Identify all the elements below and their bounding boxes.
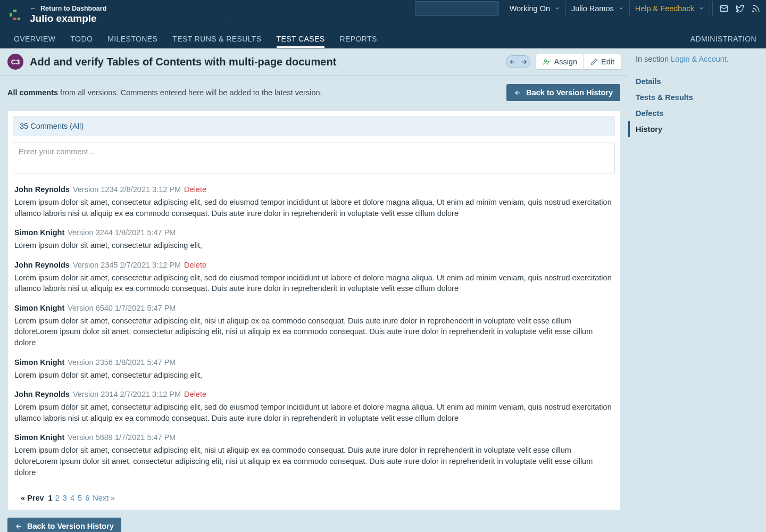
pager-page[interactable]: 6 — [85, 494, 89, 502]
comment-author: Simon Knight — [14, 304, 64, 312]
side-tab-details[interactable]: Details — [628, 73, 766, 89]
comment-author: John Reynolds — [14, 185, 70, 194]
comment-item: Simon KnightVersion 2356 1/8/2021 5:47 P… — [14, 348, 613, 381]
pager-page[interactable]: 3 — [63, 494, 67, 502]
in-section-line: In section Login & Account. — [628, 48, 766, 70]
prev-case-button[interactable] — [506, 55, 518, 68]
topbar-icons — [712, 1, 761, 16]
comment-item: John ReynoldsVersion 2314 2/7/2021 3:12 … — [14, 380, 613, 423]
comment-meta: John ReynoldsVersion 2345 2/7/2021 3:12 … — [14, 261, 613, 269]
comment-author: Simon Knight — [14, 228, 64, 237]
project-name: Julio example — [30, 13, 106, 25]
next-case-button[interactable] — [518, 55, 530, 68]
comments-count-header[interactable]: 35 Comments (All) — [13, 116, 615, 136]
arrow-right-icon — [521, 59, 528, 65]
user-menu[interactable]: Julio Ramos — [566, 1, 630, 16]
in-section-prefix: In section — [636, 55, 671, 63]
app-logo[interactable] — [10, 10, 20, 20]
case-nav-arrows — [506, 55, 530, 68]
comments-card: 35 Comments (All) Enter your comment... … — [7, 111, 620, 510]
comment-input[interactable]: Enter your comment... — [13, 143, 615, 173]
comment-body: Lorem ipsum dolor sit amet, consectetur … — [14, 272, 613, 294]
nav-administration[interactable]: ADMINISTRATION — [690, 30, 756, 48]
comment-item: Simon KnightVersion 5689 1/7/2021 5:47 P… — [14, 423, 613, 478]
comment-version-date: Version 3244 1/8/2021 5:47 PM — [68, 228, 176, 237]
user-plus-icon — [543, 58, 551, 66]
edit-label: Edit — [601, 57, 614, 66]
nav-tab-milestones[interactable]: MILESTONES — [107, 30, 157, 48]
comment-body: Lorem ipsum dolor sit amet, consectetur … — [14, 315, 613, 348]
comment-body: Lorem ipsum dolor sit amet, consectetur … — [14, 445, 613, 478]
comment-meta: Simon KnightVersion 2356 1/8/2021 5:47 P… — [14, 358, 613, 367]
assign-button[interactable]: Assign — [536, 54, 584, 70]
app-bar: ← Return to Dashboard Julio example Work… — [0, 0, 766, 30]
in-section-link[interactable]: Login & Account — [671, 55, 727, 63]
twitter-icon[interactable] — [735, 4, 745, 13]
pager-page[interactable]: 5 — [78, 494, 82, 502]
all-comments-note: All comments from all versions. Comments… — [7, 88, 322, 97]
comment-meta: Simon KnightVersion 3244 1/8/2021 5:47 P… — [14, 228, 613, 237]
comment-body: Lorem ipsum dolor sit amet, consectetur … — [14, 370, 613, 381]
help-menu[interactable]: Help & Feedback — [630, 1, 710, 16]
comment-body: Lorem ipsum dolor sit amet, consectetur … — [14, 402, 613, 423]
back-to-version-history-button[interactable]: Back to Version History — [506, 84, 620, 101]
comment-delete-link[interactable]: Delete — [184, 390, 206, 398]
nav-tab-testcases[interactable]: TEST CASES — [277, 30, 325, 48]
pager-next[interactable]: Next » — [93, 494, 115, 502]
side-tabs: Details Tests & Results Defects History — [628, 70, 766, 137]
back-to-version-history-button-bottom[interactable]: Back to Version History — [7, 518, 121, 532]
nav-tab-testruns[interactable]: TEST RUNS & RESULTS — [172, 30, 261, 48]
back-bottom-wrap: Back to Version History — [7, 518, 628, 532]
working-on-label: Working On — [510, 4, 550, 13]
side-tab-tests-results[interactable]: Tests & Results — [628, 89, 766, 105]
comment-version-date: Version 1234 2/8/2021 3:12 PM — [73, 185, 181, 194]
pager-page[interactable]: 4 — [70, 494, 74, 502]
comment-version-date: Version 2356 1/8/2021 5:47 PM — [68, 358, 176, 367]
right-column: In section Login & Account. Details Test… — [628, 48, 766, 532]
side-tab-history[interactable]: History — [628, 121, 766, 137]
svg-point-3 — [753, 11, 754, 12]
pager: « Prev 1 2 3 4 5 6 Next » — [8, 484, 620, 510]
return-label: Return to Dashboard — [40, 5, 106, 12]
nav-tab-reports[interactable]: REPORTS — [339, 30, 377, 48]
comments-list: John ReynoldsVersion 1234 2/8/2021 3:12 … — [8, 173, 620, 484]
side-tab-defects[interactable]: Defects — [628, 105, 766, 121]
arrow-left-icon — [509, 59, 516, 65]
mail-icon[interactable] — [719, 4, 729, 13]
comment-version-date: Version 2314 2/7/2021 3:12 PM — [73, 390, 181, 398]
comment-author: John Reynolds — [14, 390, 70, 398]
all-comments-bold: All comments — [7, 88, 58, 97]
comment-meta: John ReynoldsVersion 2314 2/7/2021 3:12 … — [14, 390, 613, 398]
comment-version-date: Version 6540 1/7/2021 5:47 PM — [68, 304, 176, 312]
back-label: Back to Version History — [526, 88, 613, 97]
comment-item: John ReynoldsVersion 1234 2/8/2021 3:12 … — [14, 176, 613, 219]
case-id-badge: C3 — [7, 54, 23, 70]
assign-label: Assign — [554, 57, 577, 66]
return-to-dashboard-link[interactable]: ← Return to Dashboard — [30, 5, 106, 13]
comment-delete-link[interactable]: Delete — [184, 261, 206, 269]
back-bottom-label: Back to Version History — [27, 522, 114, 530]
nav-tab-overview[interactable]: OVERVIEW — [14, 30, 55, 48]
comment-delete-link[interactable]: Delete — [184, 185, 206, 194]
global-search[interactable] — [415, 1, 499, 16]
app-bar-right: Working On Julio Ramos Help & Feedback — [415, 0, 766, 30]
nav-bar: OVERVIEW TODO MILESTONES TEST RUNS & RES… — [0, 30, 766, 48]
global-search-input[interactable] — [422, 4, 515, 13]
pager-current: 1 — [48, 494, 53, 502]
comment-author: John Reynolds — [14, 261, 70, 269]
comment-item: John ReynoldsVersion 2345 2/7/2021 3:12 … — [14, 251, 613, 294]
pager-page[interactable]: 2 — [55, 494, 60, 502]
pencil-icon — [590, 58, 598, 65]
comment-item: Simon KnightVersion 3244 1/8/2021 5:47 P… — [14, 219, 613, 251]
case-header: C3 Add and verify Tables of Contents wit… — [0, 48, 628, 76]
comment-body: Lorem ipsum dolor sit amet, consectetur … — [14, 197, 613, 219]
working-on-menu[interactable]: Working On — [504, 1, 566, 16]
help-label: Help & Feedback — [635, 4, 694, 13]
chevron-down-icon — [618, 4, 624, 13]
chevron-down-icon — [698, 4, 704, 13]
nav-tab-todo[interactable]: TODO — [70, 30, 93, 48]
app-bar-left: ← Return to Dashboard Julio example — [0, 0, 106, 30]
rss-icon[interactable] — [751, 4, 761, 13]
pager-prev[interactable]: « Prev — [21, 494, 44, 502]
edit-button[interactable]: Edit — [584, 54, 621, 70]
